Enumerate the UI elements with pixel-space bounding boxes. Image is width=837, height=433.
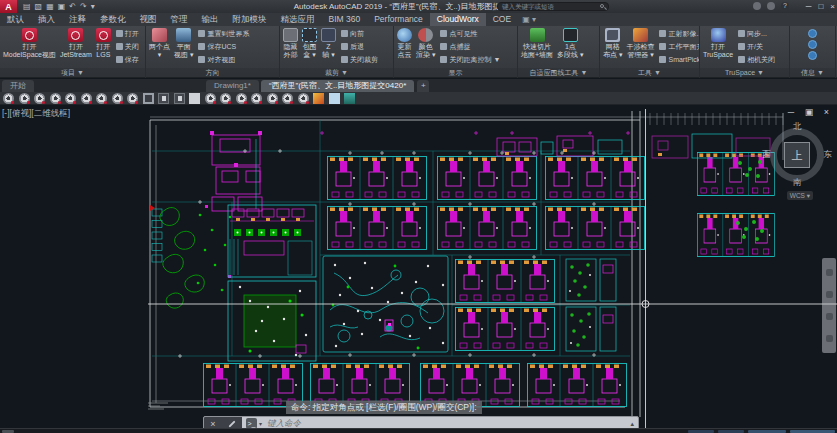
ribbon-panel-title[interactable]: 项目 ▼ bbox=[0, 68, 145, 78]
command-customize-icon[interactable] bbox=[228, 420, 235, 427]
ribbon-button[interactable]: 打开JetStream bbox=[58, 27, 94, 59]
steering-wheel-icon[interactable] bbox=[826, 335, 833, 342]
cloudworx-icon[interactable] bbox=[220, 93, 231, 104]
ribbon-small-button[interactable]: 开/关 bbox=[738, 40, 775, 53]
ribbon-small-button[interactable]: 保存UCS bbox=[198, 40, 249, 53]
palette-icon[interactable] bbox=[313, 93, 324, 104]
maximize-button[interactable]: □ bbox=[818, 0, 823, 13]
ribbon-tab-精选应用[interactable]: 精选应用 bbox=[274, 13, 322, 26]
viewcube-east[interactable]: 东 bbox=[824, 149, 833, 161]
ribbon-tab-视图[interactable]: 视图 bbox=[133, 13, 164, 26]
minimize-button[interactable]: ─ bbox=[806, 0, 812, 13]
ribbon-tab-Performance[interactable]: Performance bbox=[367, 13, 430, 26]
close-button[interactable]: × bbox=[830, 0, 835, 13]
new-file-icon[interactable]: ▤ bbox=[23, 2, 31, 11]
info-icon[interactable] bbox=[808, 40, 817, 49]
cloudworx-icon[interactable] bbox=[50, 93, 61, 104]
ribbon-button[interactable]: 打开TruSpace bbox=[701, 27, 735, 59]
ribbon-small-button[interactable]: 同步... bbox=[738, 27, 775, 40]
viewcube-south[interactable]: 南 bbox=[793, 177, 802, 189]
ribbon-button[interactable]: Z轴 ▾ bbox=[319, 27, 338, 59]
search-icon[interactable] bbox=[600, 4, 604, 8]
ribbon-small-button[interactable]: 相机关闭 bbox=[738, 53, 775, 66]
ribbon-small-button[interactable]: 工作平面开/关 bbox=[659, 40, 700, 53]
cloudworx-icon[interactable] bbox=[34, 93, 45, 104]
file-tab-1[interactable]: Drawing1* bbox=[206, 80, 259, 92]
ribbon-panel-title[interactable]: 工具 ▼ bbox=[600, 68, 699, 78]
cloudworx-icon[interactable] bbox=[236, 93, 247, 104]
ribbon-button[interactable]: 打开ModelSpace视图 bbox=[1, 27, 58, 59]
ribbon-small-button[interactable]: 关闭 bbox=[116, 40, 139, 53]
ribbon-button[interactable]: 更新点云 bbox=[395, 27, 414, 59]
cloudworx-icon[interactable] bbox=[282, 93, 293, 104]
info-icon[interactable] bbox=[808, 29, 817, 38]
wcs-dropdown[interactable]: WCS ▾ bbox=[787, 191, 813, 200]
ribbon-small-button[interactable]: 打开 bbox=[116, 27, 139, 40]
ribbon-small-button[interactable]: 正射影像... bbox=[659, 27, 700, 40]
ribbon-tab-注释[interactable]: 注释 bbox=[62, 13, 93, 26]
square-icon[interactable] bbox=[189, 93, 200, 104]
grid-icon[interactable] bbox=[143, 93, 154, 104]
ribbon-tab-默认[interactable]: 默认 bbox=[0, 13, 31, 26]
ribbon-button[interactable]: 隐藏外部 bbox=[281, 27, 300, 59]
cloudworx-icon[interactable] bbox=[205, 93, 216, 104]
qat-dropdown-icon[interactable]: ▾ bbox=[91, 2, 95, 11]
info-icon[interactable] bbox=[808, 51, 817, 60]
viewcube-north[interactable]: 北 bbox=[793, 121, 802, 133]
help-icon[interactable]: ? bbox=[781, 2, 789, 10]
ribbon-small-button[interactable]: 对齐视图 bbox=[198, 53, 249, 66]
search-input[interactable]: 键入关键字或短语 bbox=[497, 2, 609, 11]
redo-icon[interactable]: ↷ bbox=[80, 2, 87, 11]
cart-icon[interactable] bbox=[767, 2, 775, 10]
ribbon-overflow-icon[interactable]: ▣ ▾ bbox=[522, 13, 536, 26]
ribbon-tab-BIM 360[interactable]: BIM 360 bbox=[322, 13, 368, 26]
ribbon-panel-title[interactable]: 自适应围线工具 ▼ bbox=[518, 68, 599, 78]
file-tab-0[interactable]: 开始 bbox=[2, 80, 34, 92]
viewport-window-controls[interactable]: ─ ▣ × bbox=[788, 107, 833, 117]
open-file-icon[interactable]: ▧ bbox=[35, 2, 43, 11]
lock-icon[interactable] bbox=[174, 93, 185, 104]
save-icon[interactable]: ▦ bbox=[46, 2, 54, 11]
ribbon-small-button[interactable]: 后退 bbox=[341, 40, 378, 53]
ribbon-small-button[interactable]: 关闭裁剪 bbox=[341, 53, 378, 66]
ribbon-tab-插入[interactable]: 插入 bbox=[31, 13, 62, 26]
cloudworx-icon[interactable] bbox=[19, 93, 30, 104]
command-dropdown-icon[interactable]: ▾ bbox=[259, 420, 262, 427]
autocad-logo-icon[interactable]: A bbox=[0, 0, 17, 13]
ribbon-panel-title[interactable]: 显示 bbox=[394, 68, 517, 78]
ribbon-small-button[interactable]: 点捕捉 bbox=[440, 40, 500, 53]
ribbon-tab-输出[interactable]: 输出 bbox=[195, 13, 226, 26]
ribbon-small-button[interactable]: 保存 bbox=[116, 53, 139, 66]
ribbon-small-button[interactable]: 重置到世界系 bbox=[198, 27, 249, 40]
viewport-label[interactable]: [-][俯视][二维线框] bbox=[2, 108, 70, 120]
cloudworx-icon[interactable] bbox=[267, 93, 278, 104]
snowflake-icon[interactable] bbox=[329, 93, 340, 104]
signin-person-icon[interactable] bbox=[753, 2, 761, 10]
ribbon-small-button[interactable]: 关闭距离控制 ▼ bbox=[440, 53, 500, 66]
new-tab-button[interactable]: + bbox=[417, 80, 429, 92]
ribbon-panel-title[interactable]: TruSpace ▼ bbox=[700, 68, 789, 78]
zoom-icon[interactable] bbox=[826, 291, 833, 298]
ribbon-tab-参数化[interactable]: 参数化 bbox=[93, 13, 133, 26]
ribbon-button[interactable]: 平面视图 ▾ bbox=[172, 27, 195, 59]
ribbon-tab-CloudWorx[interactable]: CloudWorx bbox=[430, 13, 486, 26]
ribbon-small-button[interactable]: SmartPick视图 bbox=[659, 53, 700, 66]
cloudworx-icon[interactable] bbox=[3, 93, 14, 104]
plot-icon[interactable]: ▣ bbox=[58, 2, 66, 11]
cloudworx-icon[interactable] bbox=[81, 93, 92, 104]
cloudworx-icon[interactable] bbox=[96, 93, 107, 104]
command-expand-icon[interactable]: ▴ bbox=[630, 420, 634, 428]
cloudworx-icon[interactable] bbox=[298, 93, 309, 104]
ribbon-button[interactable]: 1点多段线 ▾ bbox=[555, 27, 585, 59]
ribbon-button[interactable]: 颜色渲染 ▾ bbox=[414, 27, 437, 59]
orbit-icon[interactable] bbox=[826, 313, 833, 320]
viewcube[interactable]: 上 北 南 西 东 bbox=[765, 123, 829, 187]
ribbon-button[interactable]: 网格布点 ▾ bbox=[601, 27, 624, 59]
cloudworx-icon[interactable] bbox=[65, 93, 76, 104]
ribbon-tab-附加模块[interactable]: 附加模块 bbox=[226, 13, 274, 26]
cube-icon[interactable] bbox=[344, 93, 355, 104]
cloudworx-icon[interactable] bbox=[112, 93, 123, 104]
ribbon-panel-title[interactable]: 裁剪 ▼ bbox=[280, 68, 393, 78]
ribbon-button[interactable]: 打开LGS bbox=[94, 27, 113, 59]
ribbon-button[interactable]: 干涉检查管理器 ▾ bbox=[624, 27, 656, 59]
